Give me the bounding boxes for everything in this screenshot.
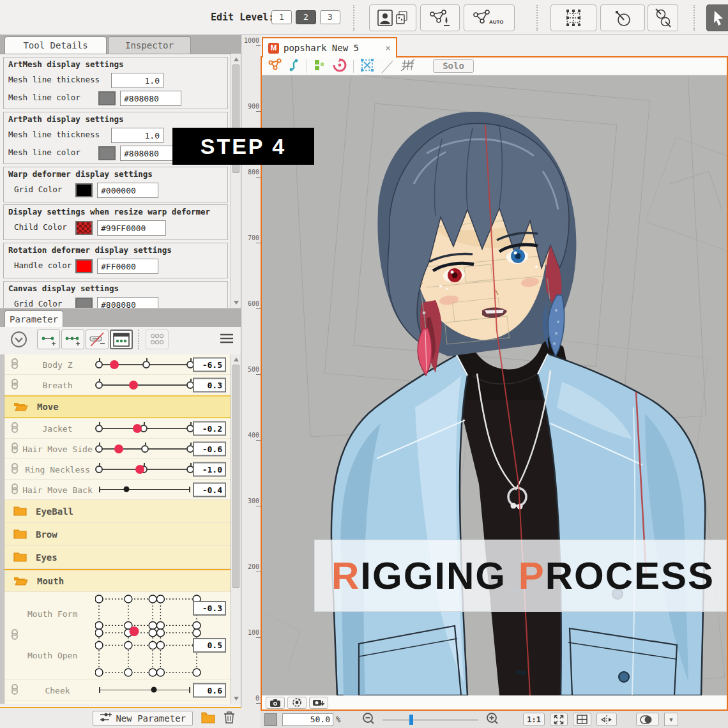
show-artpath-icon[interactable] bbox=[289, 58, 300, 74]
export-camera-button[interactable] bbox=[309, 697, 328, 709]
link-icon[interactable] bbox=[11, 684, 19, 697]
edit-level-3[interactable]: 3 bbox=[320, 10, 340, 24]
hamburger-menu-icon[interactable] bbox=[220, 333, 234, 346]
parameter-folder-eyes[interactable]: Eyes bbox=[4, 546, 231, 569]
record-camera-button[interactable] bbox=[287, 697, 307, 709]
setting-hex-input[interactable] bbox=[97, 259, 158, 274]
link-icon[interactable] bbox=[11, 379, 19, 391]
arrow-tool-button[interactable] bbox=[706, 4, 728, 31]
color-swatch[interactable] bbox=[75, 183, 93, 197]
parameter-value-input[interactable] bbox=[193, 601, 226, 616]
color-swatch[interactable] bbox=[75, 298, 93, 308]
zoom-out-icon[interactable] bbox=[362, 712, 375, 727]
parameter-folder-mouth[interactable]: Mouth bbox=[4, 569, 231, 592]
color-swatch[interactable] bbox=[98, 146, 116, 160]
grid-toggle-button[interactable] bbox=[573, 713, 591, 726]
parameter-slider[interactable] bbox=[99, 690, 190, 690]
parameter-slider[interactable] bbox=[99, 384, 190, 386]
multi-key-grid-button[interactable] bbox=[146, 330, 169, 349]
parameter-scrollbar[interactable] bbox=[231, 354, 241, 704]
parameter-slider[interactable] bbox=[99, 364, 190, 365]
tab-parameter[interactable]: Parameter bbox=[4, 310, 63, 328]
zoom-in-icon[interactable] bbox=[486, 712, 499, 727]
warp-deformer-button[interactable] bbox=[550, 4, 596, 31]
color-swatch[interactable] bbox=[75, 259, 93, 273]
color-swatch[interactable] bbox=[98, 91, 116, 105]
parameter-slider[interactable] bbox=[99, 428, 190, 429]
remove-key-button[interactable] bbox=[86, 330, 109, 349]
link-icon[interactable] bbox=[11, 358, 19, 371]
keypoint[interactable] bbox=[95, 425, 103, 432]
show-artmesh-icon[interactable] bbox=[267, 58, 282, 74]
model-canvas[interactable]: RIGGING PROCESS bbox=[262, 75, 727, 695]
parameter-folder-eyeball[interactable]: EyeBall bbox=[4, 500, 231, 523]
keypoint[interactable] bbox=[95, 466, 103, 473]
tab-tool-details[interactable]: Tool Details bbox=[4, 36, 107, 54]
edit-level-2[interactable]: 2 bbox=[296, 10, 316, 24]
fit-to-window-button[interactable] bbox=[550, 713, 568, 726]
tab-close-icon[interactable]: × bbox=[386, 43, 391, 53]
value-dot[interactable] bbox=[133, 424, 142, 433]
keypoint[interactable] bbox=[141, 445, 149, 453]
actual-size-button[interactable]: 1:1 bbox=[523, 713, 545, 726]
add-key-2-button[interactable] bbox=[37, 330, 60, 349]
zoom-slider[interactable] bbox=[383, 713, 478, 726]
snap-grid-disabled-icon[interactable] bbox=[400, 58, 415, 74]
keypoint[interactable] bbox=[95, 381, 103, 389]
document-tab[interactable]: M popshark New 5 × bbox=[262, 37, 397, 57]
setting-hex-input[interactable] bbox=[120, 91, 181, 106]
keypoint[interactable] bbox=[95, 445, 103, 453]
parameter-value-input[interactable] bbox=[193, 482, 226, 497]
collapse-all-icon[interactable] bbox=[10, 331, 27, 350]
onion-skin-toggle[interactable] bbox=[636, 713, 659, 726]
setting-hex-input[interactable] bbox=[97, 297, 158, 308]
onion-skin-dropdown[interactable]: ▼ bbox=[664, 713, 678, 726]
edit-level-1[interactable]: 1 bbox=[271, 10, 292, 24]
new-parameter-button[interactable]: New Parameter bbox=[93, 711, 193, 726]
zoom-value-input[interactable] bbox=[282, 713, 333, 726]
color-swatch[interactable] bbox=[75, 221, 93, 235]
keypoint[interactable] bbox=[142, 361, 150, 368]
link-icon[interactable] bbox=[11, 463, 19, 476]
flip-horizontal-button[interactable] bbox=[596, 713, 617, 726]
value-dot[interactable] bbox=[129, 381, 138, 390]
setting-hex-input[interactable] bbox=[97, 220, 166, 236]
keypoint[interactable] bbox=[95, 361, 103, 368]
link-icon[interactable] bbox=[11, 422, 19, 435]
parameter-folder-move[interactable]: Move bbox=[4, 395, 231, 418]
parameter-value-input[interactable] bbox=[193, 441, 226, 456]
parameter-slider[interactable] bbox=[99, 489, 190, 490]
edit-mesh-button[interactable] bbox=[420, 4, 460, 31]
parameter-2d-grid[interactable] bbox=[95, 594, 202, 678]
link-icon[interactable] bbox=[11, 483, 19, 496]
link-icon[interactable] bbox=[11, 443, 19, 455]
link-icon[interactable] bbox=[11, 629, 19, 642]
screenshot-camera-button[interactable] bbox=[266, 697, 285, 709]
parameter-value-input[interactable] bbox=[193, 377, 226, 392]
parameter-value-input[interactable] bbox=[193, 683, 226, 697]
show-warp-deformer-icon[interactable] bbox=[314, 59, 326, 73]
new-folder-icon[interactable] bbox=[201, 711, 216, 725]
value-dot[interactable] bbox=[114, 444, 123, 453]
parameter-slider[interactable] bbox=[99, 448, 190, 450]
rotation-deformer-button[interactable] bbox=[600, 4, 645, 31]
value-dot[interactable] bbox=[151, 687, 156, 693]
model-view-button[interactable] bbox=[369, 4, 416, 31]
parameter-slider[interactable] bbox=[99, 469, 190, 470]
delete-trash-icon[interactable] bbox=[224, 711, 235, 725]
parameter-value-input[interactable] bbox=[193, 357, 226, 372]
parameter-value-input[interactable] bbox=[193, 462, 226, 476]
setting-hex-input[interactable] bbox=[97, 183, 158, 198]
parameter-value-input[interactable] bbox=[193, 638, 226, 653]
multi-rotation-deformer-button[interactable] bbox=[648, 4, 678, 31]
solo-button[interactable]: Solo bbox=[433, 59, 474, 73]
setting-number-input[interactable] bbox=[111, 128, 163, 143]
tab-inspector[interactable]: Inspector bbox=[108, 36, 191, 54]
auto-mesh-button[interactable]: AUTO bbox=[464, 4, 515, 31]
parameter-folder-brow[interactable]: Brow bbox=[4, 523, 231, 546]
background-color-swatch[interactable] bbox=[264, 713, 277, 726]
keyform-editor-button[interactable] bbox=[110, 330, 133, 349]
bounding-box-icon[interactable] bbox=[360, 58, 374, 74]
value-dot[interactable] bbox=[123, 487, 129, 492]
parameter-value-input[interactable] bbox=[193, 421, 226, 436]
